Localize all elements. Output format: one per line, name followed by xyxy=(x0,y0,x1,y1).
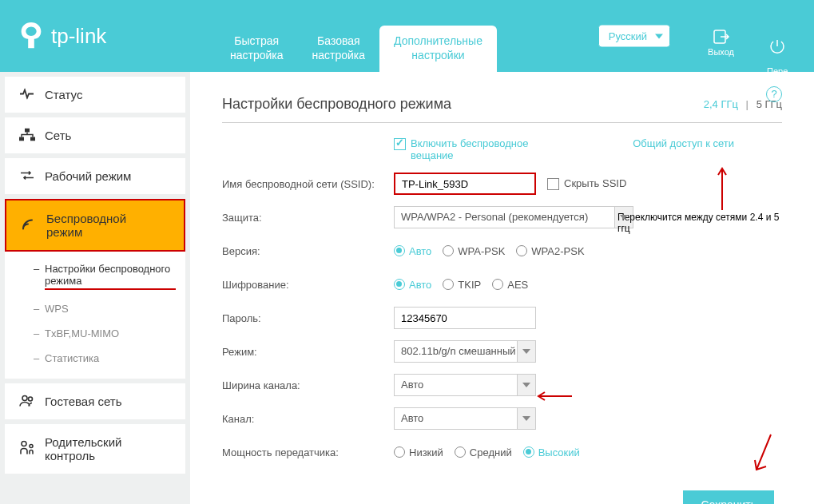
encryption-tkip-radio[interactable]: TKIP xyxy=(443,279,481,291)
sidebar-item-label: Сеть xyxy=(45,129,71,142)
sidebar-item-guest[interactable]: Гостевая сеть xyxy=(5,383,185,419)
security-label: Защита: xyxy=(222,212,394,224)
checkbox-icon xyxy=(394,138,406,150)
version-wpa2psk-radio[interactable]: WPA2-PSK xyxy=(516,245,584,257)
pulse-icon xyxy=(19,88,35,101)
encryption-auto-radio[interactable]: Авто xyxy=(394,279,431,291)
checkbox-icon xyxy=(547,178,559,190)
svg-point-6 xyxy=(22,442,26,446)
version-auto-radio[interactable]: Авто xyxy=(394,245,431,257)
logout-label: Выход xyxy=(708,47,734,57)
power-low-radio[interactable]: Низкий xyxy=(394,446,443,458)
sidebar-item-parental[interactable]: Родительский контроль xyxy=(5,424,185,474)
share-network-link[interactable]: Общий доступ к сети xyxy=(633,137,734,149)
reboot-icon xyxy=(768,38,786,54)
password-label: Пароль: xyxy=(222,312,394,324)
sidebar-item-label: Гостевая сеть xyxy=(45,395,121,408)
brand-logo: tp-link xyxy=(16,21,106,51)
parental-icon xyxy=(19,441,35,458)
sidebar-item-label: Беспроводной режим xyxy=(46,212,158,239)
ssid-input[interactable] xyxy=(394,173,536,195)
sidebar-item-wireless[interactable]: Беспроводной режим xyxy=(5,199,185,252)
version-wpapsk-radio[interactable]: WPA-PSK xyxy=(443,245,505,257)
sidebar-item-label: Статус xyxy=(45,88,82,101)
tab-advanced[interactable]: Дополнительные настройки xyxy=(379,26,497,72)
svg-point-7 xyxy=(30,445,33,448)
sub-statistics[interactable]: Статистика xyxy=(5,346,185,371)
svg-point-5 xyxy=(29,397,33,401)
tplink-logo-icon xyxy=(16,21,46,51)
enable-wireless-checkbox[interactable]: Включить беспроводное вещание xyxy=(394,137,538,161)
help-icon[interactable]: ? xyxy=(766,86,782,102)
width-label: Ширина канала: xyxy=(222,379,394,391)
power-mid-radio[interactable]: Средний xyxy=(455,446,512,458)
header: tp-link Быстрая настройка Базовая настро… xyxy=(0,0,814,72)
channel-width-select[interactable]: Авто xyxy=(394,374,536,396)
tab-basic[interactable]: Базовая настройка xyxy=(298,26,380,72)
channel-select[interactable]: Авто xyxy=(394,407,536,430)
sub-wps[interactable]: WPS xyxy=(5,296,185,321)
sidebar-item-mode[interactable]: Рабочий режим xyxy=(5,158,185,194)
sidebar-item-label: Рабочий режим xyxy=(45,169,131,183)
svg-point-4 xyxy=(22,395,27,400)
sidebar-item-status[interactable]: Статус xyxy=(5,77,185,113)
encryption-aes-radio[interactable]: AES xyxy=(492,279,528,291)
logout-button[interactable]: Выход xyxy=(708,29,734,57)
save-button[interactable]: Сохранить xyxy=(683,490,774,504)
wireless-submenu: Настройки беспроводного режима WPS TxBF,… xyxy=(5,252,185,379)
svg-rect-2 xyxy=(19,137,24,141)
page-title: Настройки беспроводного режима xyxy=(222,96,451,113)
language-select[interactable]: Русский xyxy=(598,25,670,48)
power-label: Мощность передатчика: xyxy=(222,446,394,458)
hide-ssid-checkbox[interactable]: Скрыть SSID xyxy=(547,177,626,190)
sub-wireless-settings[interactable]: Настройки беспроводного режима xyxy=(5,256,185,296)
sidebar-item-network[interactable]: Сеть xyxy=(5,117,185,153)
sub-txbf[interactable]: TxBF,MU-MIMO xyxy=(5,321,185,346)
version-label: Версия: xyxy=(222,245,394,257)
encryption-label: Шифрование: xyxy=(222,279,394,291)
tab-quick-setup[interactable]: Быстрая настройка xyxy=(216,26,298,72)
mode-label: Режим: xyxy=(222,346,394,358)
wifi-icon xyxy=(21,218,37,233)
sidebar: Статус Сеть Рабочий режим Беспроводной р… xyxy=(0,72,190,504)
svg-rect-1 xyxy=(25,128,30,132)
mode-select[interactable]: 802.11b/g/n смешанный xyxy=(394,340,536,363)
svg-rect-3 xyxy=(30,137,35,141)
band-24ghz[interactable]: 2,4 ГГц xyxy=(704,98,738,110)
ssid-label: Имя беспроводной сети (SSID): xyxy=(222,178,394,190)
sidebar-item-label: Родительский контроль xyxy=(45,435,157,462)
main-content: ? Настройки беспроводного режима 2,4 ГГц… xyxy=(190,72,814,504)
network-icon xyxy=(19,128,35,143)
channel-label: Канал: xyxy=(222,413,394,425)
power-high-radio[interactable]: Высокий xyxy=(523,446,580,458)
logout-icon xyxy=(713,29,730,45)
security-select[interactable]: WPA/WPA2 - Personal (рекомендуется) xyxy=(394,206,633,228)
password-input[interactable] xyxy=(394,307,536,329)
top-tabs: Быстрая настройка Базовая настройка Допо… xyxy=(216,26,497,72)
guest-icon xyxy=(19,394,35,409)
brand-text: tp-link xyxy=(51,24,106,49)
mode-icon xyxy=(19,169,35,183)
